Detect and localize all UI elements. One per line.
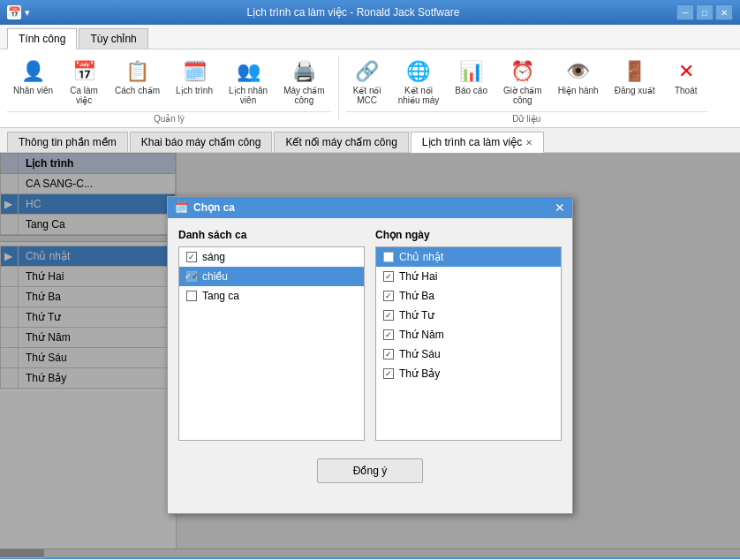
- checkbox-thu-nam[interactable]: [383, 329, 394, 340]
- restore-button[interactable]: □: [696, 4, 714, 20]
- ribbon-tabs: Tính công Tùy chỉnh: [0, 25, 740, 49]
- list-item-thu-sau[interactable]: Thứ Sáu: [376, 344, 561, 364]
- lich-trinh-button[interactable]: 🗓️ Lịch trình: [170, 53, 219, 110]
- checkbox-thu-ba[interactable]: [383, 291, 394, 301]
- cach-cham-label: Cách chấm: [115, 86, 160, 95]
- list-item-thu-bay[interactable]: Thứ Bảy: [376, 364, 561, 383]
- list-item-sang[interactable]: sáng: [179, 247, 364, 267]
- list-item-chieu[interactable]: ✓ chiều: [179, 267, 364, 286]
- ca-lam-viec-icon: 📅: [70, 57, 98, 86]
- list-item-tang-ca[interactable]: Tang ca: [179, 286, 364, 306]
- chon-ca-dialog: 🗓️ Chọn ca ✕ Danh sách ca sáng: [167, 196, 573, 514]
- gio-cham-cong-icon: ⏰: [509, 57, 537, 86]
- ribbon-tab-tuy-chinh[interactable]: Tùy chỉnh: [79, 28, 147, 49]
- nhan-vien-button[interactable]: 👤 Nhân viên: [7, 53, 59, 110]
- checkbox-chu-nhat[interactable]: [383, 252, 394, 262]
- ribbon-group-quan-ly: 👤 Nhân viên 📅 Ca làmviệc 📋 Cách chấm 🗓️ …: [7, 53, 331, 124]
- list-item-thu-ba[interactable]: Thứ Ba: [376, 286, 561, 306]
- ket-noi-nhieu-may-label: Kết nốinhiều máy: [398, 86, 440, 105]
- list-item-thu-tu[interactable]: Thứ Tư: [376, 306, 561, 325]
- hien-hanh-label: Hiện hành: [558, 86, 599, 95]
- checkbox-thu-sau[interactable]: [383, 349, 394, 359]
- danh-sach-ca-title: Danh sách ca: [178, 229, 365, 241]
- tab-lich-trinh-close[interactable]: ✕: [525, 138, 532, 148]
- dialog-overlay: 🗓️ Chọn ca ✕ Danh sách ca sáng: [0, 153, 740, 557]
- label-sang: sáng: [202, 251, 225, 263]
- may-cham-cong-label: Máy chấmcông: [283, 86, 325, 105]
- dialog-footer: Đồng ý: [168, 451, 572, 490]
- may-cham-cong-button[interactable]: 🖨️ Máy chấmcông: [277, 53, 331, 110]
- may-cham-cong-icon: 🖨️: [290, 57, 318, 86]
- nhan-vien-label: Nhân viên: [13, 86, 53, 95]
- list-item-chu-nhat[interactable]: Chủ nhật: [376, 247, 561, 267]
- checkbox-sang[interactable]: [186, 252, 197, 262]
- du-lieu-label: Dữ liệu: [346, 111, 707, 124]
- ket-noi-nhieu-may-button[interactable]: 🌐 Kết nốinhiều máy: [392, 53, 446, 110]
- tab-lich-trinh[interactable]: Lịch trình ca làm việc ✕: [411, 132, 544, 153]
- ket-noi-mcc-icon: 🔗: [353, 57, 381, 86]
- chon-ngay-list: Chủ nhật Thứ Hai Thứ Ba: [375, 246, 562, 441]
- cach-cham-button[interactable]: 📋 Cách chấm: [109, 53, 166, 110]
- ca-lam-viec-button[interactable]: 📅 Ca làmviệc: [63, 53, 105, 110]
- dialog-title: Chọn ca: [193, 201, 235, 214]
- dialog-ok-button[interactable]: Đồng ý: [317, 458, 423, 483]
- ribbon-tab-tinh-cong[interactable]: Tính công: [7, 28, 77, 49]
- thoat-label: Thoát: [675, 86, 698, 95]
- checkbox-thu-bay[interactable]: [383, 368, 394, 379]
- dang-xuat-button[interactable]: 🚪 Đăng xuất: [608, 53, 661, 110]
- label-tang-ca: Tang ca: [202, 290, 239, 302]
- checkbox-thu-hai[interactable]: [383, 271, 394, 282]
- thoat-icon: ✕: [672, 57, 700, 86]
- tab-ket-noi[interactable]: Kết nối máy chấm công: [274, 132, 408, 152]
- label-thu-ba: Thứ Ba: [399, 290, 434, 302]
- title-bar-left: 📅 ▾: [7, 5, 30, 19]
- hien-hanh-button[interactable]: 👁️ Hiện hành: [552, 53, 605, 110]
- ribbon-group-du-lieu: 🔗 Kết nốiMCC 🌐 Kết nốinhiều máy 📊 Báo cá…: [346, 53, 707, 124]
- dialog-section-danh-sach-ca: Danh sách ca sáng ✓ chiều: [178, 229, 365, 441]
- thoat-button[interactable]: ✕ Thoát: [665, 53, 707, 110]
- close-button[interactable]: ✕: [715, 4, 733, 20]
- window-controls: ─ □ ✕: [676, 4, 733, 20]
- checkbox-thu-tu[interactable]: [383, 310, 394, 321]
- tab-lich-trinh-label: Lịch trình ca làm việc: [422, 136, 522, 148]
- window-title: Lịch trình ca làm việc - Ronald Jack Sot…: [30, 6, 676, 19]
- dialog-icon: 🗓️: [175, 201, 188, 214]
- label-thu-tu: Thứ Tư: [399, 309, 434, 322]
- cach-cham-icon: 📋: [124, 57, 152, 86]
- tab-bar: Thông tin phần mềm Khai báo máy chấm côn…: [0, 128, 740, 153]
- list-item-thu-hai[interactable]: Thứ Hai: [376, 267, 561, 286]
- hien-hanh-icon: 👁️: [564, 57, 593, 86]
- tab-thong-tin[interactable]: Thông tin phần mềm: [7, 132, 128, 152]
- lich-nhan-vien-icon: 👥: [234, 57, 262, 86]
- tab-khai-bao[interactable]: Khai báo máy chấm công: [130, 132, 273, 152]
- title-bar: 📅 ▾ Lịch trình ca làm việc - Ronald Jack…: [0, 0, 740, 25]
- dialog-section-chon-ngay: Chọn ngày Chủ nhật Thứ Hai: [375, 229, 562, 441]
- minimize-button[interactable]: ─: [676, 4, 694, 20]
- nhan-vien-icon: 👤: [19, 57, 48, 86]
- bao-cao-icon: 📊: [457, 57, 486, 86]
- label-thu-sau: Thứ Sáu: [399, 348, 441, 360]
- checkbox-tang-ca[interactable]: [186, 291, 197, 301]
- label-thu-bay: Thứ Bảy: [399, 367, 440, 380]
- lich-nhan-vien-button[interactable]: 👥 Lịch nhânviên: [223, 53, 274, 110]
- label-chu-nhat: Chủ nhật: [399, 251, 443, 263]
- main-area: Lịch trình CA SANG-C... ▶ HC Tang Ca: [0, 153, 740, 557]
- label-chieu: chiều: [202, 270, 228, 283]
- app-icon: 📅: [7, 5, 21, 19]
- bao-cao-label: Báo cáo: [455, 86, 487, 95]
- dialog-title-bar: 🗓️ Chọn ca ✕: [168, 197, 572, 218]
- list-item-thu-nam[interactable]: Thứ Năm: [376, 325, 561, 344]
- ket-noi-mcc-label: Kết nốiMCC: [353, 86, 381, 105]
- ribbon-group-du-lieu-items: 🔗 Kết nốiMCC 🌐 Kết nốinhiều máy 📊 Báo cá…: [346, 53, 707, 110]
- dang-xuat-icon: 🚪: [621, 57, 649, 86]
- bao-cao-button[interactable]: 📊 Báo cáo: [449, 53, 494, 110]
- label-thu-hai: Thứ Hai: [399, 270, 437, 283]
- ket-noi-mcc-button[interactable]: 🔗 Kết nốiMCC: [346, 53, 389, 110]
- gio-cham-cong-button[interactable]: ⏰ Giờ chấmcông: [497, 53, 548, 110]
- ca-lam-viec-label: Ca làmviệc: [70, 86, 98, 105]
- lich-trinh-icon: 🗓️: [180, 57, 208, 86]
- checkbox-chieu[interactable]: ✓: [186, 271, 197, 282]
- dialog-close-button[interactable]: ✕: [555, 201, 565, 215]
- dang-xuat-label: Đăng xuất: [615, 86, 655, 95]
- ribbon-sep-1: [338, 57, 339, 120]
